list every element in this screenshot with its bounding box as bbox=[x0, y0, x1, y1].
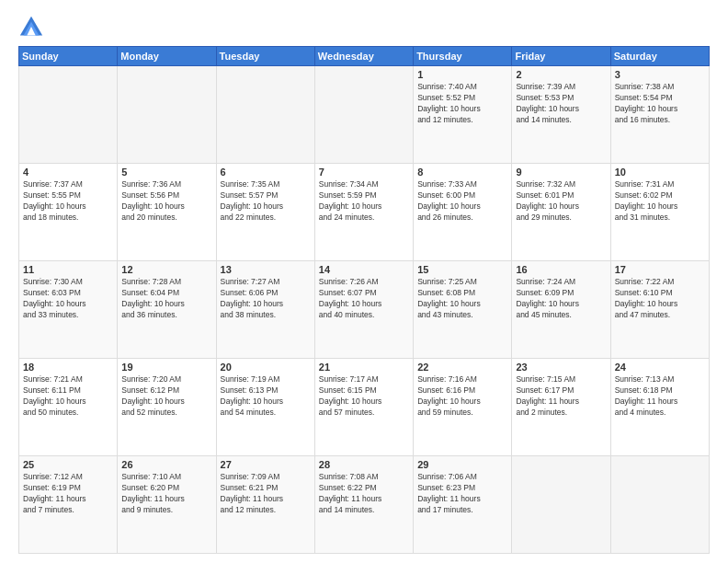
day-info: Sunrise: 7:40 AM Sunset: 5:52 PM Dayligh… bbox=[417, 82, 507, 126]
cell-week2-day3: 7Sunrise: 7:34 AM Sunset: 5:59 PM Daylig… bbox=[314, 164, 413, 261]
day-number: 9 bbox=[516, 167, 606, 178]
day-info: Sunrise: 7:30 AM Sunset: 6:03 PM Dayligh… bbox=[23, 277, 113, 321]
day-info: Sunrise: 7:24 AM Sunset: 6:09 PM Dayligh… bbox=[516, 277, 606, 321]
day-number: 14 bbox=[319, 264, 409, 275]
cell-week5-day0: 25Sunrise: 7:12 AM Sunset: 6:19 PM Dayli… bbox=[19, 456, 118, 554]
header-sunday: Sunday bbox=[19, 47, 118, 66]
day-number: 2 bbox=[516, 69, 606, 80]
cell-week1-day1 bbox=[118, 66, 216, 164]
cell-week1-day4: 1Sunrise: 7:40 AM Sunset: 5:52 PM Daylig… bbox=[414, 66, 512, 164]
day-info: Sunrise: 7:16 AM Sunset: 6:16 PM Dayligh… bbox=[417, 374, 507, 419]
cell-week5-day3: 28Sunrise: 7:08 AM Sunset: 6:22 PM Dayli… bbox=[314, 456, 413, 554]
header bbox=[18, 15, 710, 40]
cell-week4-day2: 20Sunrise: 7:19 AM Sunset: 6:13 PM Dayli… bbox=[216, 359, 314, 456]
cell-week3-day0: 11Sunrise: 7:30 AM Sunset: 6:03 PM Dayli… bbox=[19, 261, 118, 359]
cell-week2-day5: 9Sunrise: 7:32 AM Sunset: 6:01 PM Daylig… bbox=[512, 164, 610, 261]
day-number: 18 bbox=[23, 362, 113, 373]
cell-week3-day5: 16Sunrise: 7:24 AM Sunset: 6:09 PM Dayli… bbox=[512, 261, 610, 359]
calendar-body: 1Sunrise: 7:40 AM Sunset: 5:52 PM Daylig… bbox=[19, 66, 710, 554]
day-number: 23 bbox=[516, 362, 606, 373]
day-number: 24 bbox=[615, 362, 705, 373]
day-info: Sunrise: 7:33 AM Sunset: 6:00 PM Dayligh… bbox=[417, 179, 507, 224]
cell-week3-day4: 15Sunrise: 7:25 AM Sunset: 6:08 PM Dayli… bbox=[414, 261, 512, 359]
day-info: Sunrise: 7:10 AM Sunset: 6:20 PM Dayligh… bbox=[121, 472, 211, 516]
day-number: 20 bbox=[221, 362, 311, 373]
day-number: 6 bbox=[221, 167, 311, 178]
day-info: Sunrise: 7:37 AM Sunset: 5:55 PM Dayligh… bbox=[23, 179, 113, 224]
day-number: 19 bbox=[121, 362, 211, 373]
cell-week2-day6: 10Sunrise: 7:31 AM Sunset: 6:02 PM Dayli… bbox=[610, 164, 709, 261]
logo-icon bbox=[18, 15, 44, 40]
day-info: Sunrise: 7:09 AM Sunset: 6:21 PM Dayligh… bbox=[221, 472, 311, 516]
day-number: 7 bbox=[319, 167, 409, 178]
cell-week4-day5: 23Sunrise: 7:15 AM Sunset: 6:17 PM Dayli… bbox=[512, 359, 610, 456]
cell-week1-day0 bbox=[19, 66, 118, 164]
day-info: Sunrise: 7:28 AM Sunset: 6:04 PM Dayligh… bbox=[121, 277, 211, 321]
day-info: Sunrise: 7:27 AM Sunset: 6:06 PM Dayligh… bbox=[221, 277, 311, 321]
day-number: 17 bbox=[615, 264, 705, 275]
cell-week3-day2: 13Sunrise: 7:27 AM Sunset: 6:06 PM Dayli… bbox=[216, 261, 314, 359]
day-info: Sunrise: 7:08 AM Sunset: 6:22 PM Dayligh… bbox=[319, 472, 409, 516]
week-row-3: 11Sunrise: 7:30 AM Sunset: 6:03 PM Dayli… bbox=[19, 261, 710, 359]
header-friday: Friday bbox=[512, 47, 610, 66]
cell-week4-day0: 18Sunrise: 7:21 AM Sunset: 6:11 PM Dayli… bbox=[19, 359, 118, 456]
header-saturday: Saturday bbox=[610, 47, 709, 66]
cell-week2-day0: 4Sunrise: 7:37 AM Sunset: 5:55 PM Daylig… bbox=[19, 164, 118, 261]
cell-week2-day2: 6Sunrise: 7:35 AM Sunset: 5:57 PM Daylig… bbox=[216, 164, 314, 261]
cell-week1-day5: 2Sunrise: 7:39 AM Sunset: 5:53 PM Daylig… bbox=[512, 66, 610, 164]
day-number: 10 bbox=[615, 167, 705, 178]
cell-week4-day1: 19Sunrise: 7:20 AM Sunset: 6:12 PM Dayli… bbox=[118, 359, 216, 456]
day-number: 27 bbox=[221, 459, 311, 470]
day-number: 8 bbox=[417, 167, 507, 178]
day-info: Sunrise: 7:15 AM Sunset: 6:17 PM Dayligh… bbox=[516, 374, 606, 419]
day-number: 13 bbox=[221, 264, 311, 275]
day-info: Sunrise: 7:12 AM Sunset: 6:19 PM Dayligh… bbox=[23, 472, 113, 516]
cell-week3-day6: 17Sunrise: 7:22 AM Sunset: 6:10 PM Dayli… bbox=[610, 261, 709, 359]
week-row-4: 18Sunrise: 7:21 AM Sunset: 6:11 PM Dayli… bbox=[19, 359, 710, 456]
day-number: 4 bbox=[23, 167, 113, 178]
cell-week5-day4: 29Sunrise: 7:06 AM Sunset: 6:23 PM Dayli… bbox=[414, 456, 512, 554]
day-info: Sunrise: 7:35 AM Sunset: 5:57 PM Dayligh… bbox=[221, 179, 311, 224]
day-number: 29 bbox=[417, 459, 507, 470]
header-thursday: Thursday bbox=[414, 47, 512, 66]
day-info: Sunrise: 7:26 AM Sunset: 6:07 PM Dayligh… bbox=[319, 277, 409, 321]
day-info: Sunrise: 7:38 AM Sunset: 5:54 PM Dayligh… bbox=[615, 82, 705, 126]
week-row-1: 1Sunrise: 7:40 AM Sunset: 5:52 PM Daylig… bbox=[19, 66, 710, 164]
day-number: 5 bbox=[121, 167, 211, 178]
cell-week3-day3: 14Sunrise: 7:26 AM Sunset: 6:07 PM Dayli… bbox=[314, 261, 413, 359]
header-tuesday: Tuesday bbox=[216, 47, 314, 66]
cell-week5-day6 bbox=[610, 456, 709, 554]
header-monday: Monday bbox=[118, 47, 216, 66]
day-number: 11 bbox=[23, 264, 113, 275]
cell-week5-day1: 26Sunrise: 7:10 AM Sunset: 6:20 PM Dayli… bbox=[118, 456, 216, 554]
header-wednesday: Wednesday bbox=[314, 47, 413, 66]
calendar-table: SundayMondayTuesdayWednesdayThursdayFrid… bbox=[18, 46, 710, 554]
day-number: 12 bbox=[121, 264, 211, 275]
cell-week2-day4: 8Sunrise: 7:33 AM Sunset: 6:00 PM Daylig… bbox=[414, 164, 512, 261]
cell-week5-day5 bbox=[512, 456, 610, 554]
day-number: 15 bbox=[417, 264, 507, 275]
cell-week3-day1: 12Sunrise: 7:28 AM Sunset: 6:04 PM Dayli… bbox=[118, 261, 216, 359]
day-info: Sunrise: 7:32 AM Sunset: 6:01 PM Dayligh… bbox=[516, 179, 606, 224]
day-number: 1 bbox=[417, 69, 507, 80]
day-number: 25 bbox=[23, 459, 113, 470]
cell-week1-day6: 3Sunrise: 7:38 AM Sunset: 5:54 PM Daylig… bbox=[610, 66, 709, 164]
day-info: Sunrise: 7:21 AM Sunset: 6:11 PM Dayligh… bbox=[23, 374, 113, 419]
week-row-2: 4Sunrise: 7:37 AM Sunset: 5:55 PM Daylig… bbox=[19, 164, 710, 261]
day-number: 22 bbox=[417, 362, 507, 373]
day-number: 16 bbox=[516, 264, 606, 275]
header-row: SundayMondayTuesdayWednesdayThursdayFrid… bbox=[19, 47, 710, 66]
day-info: Sunrise: 7:25 AM Sunset: 6:08 PM Dayligh… bbox=[417, 277, 507, 321]
day-number: 21 bbox=[319, 362, 409, 373]
cell-week1-day2 bbox=[216, 66, 314, 164]
week-row-5: 25Sunrise: 7:12 AM Sunset: 6:19 PM Dayli… bbox=[19, 456, 710, 554]
calendar-header: SundayMondayTuesdayWednesdayThursdayFrid… bbox=[19, 47, 710, 66]
day-info: Sunrise: 7:17 AM Sunset: 6:15 PM Dayligh… bbox=[319, 374, 409, 419]
logo bbox=[18, 15, 48, 40]
cell-week2-day1: 5Sunrise: 7:36 AM Sunset: 5:56 PM Daylig… bbox=[118, 164, 216, 261]
day-info: Sunrise: 7:19 AM Sunset: 6:13 PM Dayligh… bbox=[221, 374, 311, 419]
cell-week4-day3: 21Sunrise: 7:17 AM Sunset: 6:15 PM Dayli… bbox=[314, 359, 413, 456]
day-info: Sunrise: 7:20 AM Sunset: 6:12 PM Dayligh… bbox=[121, 374, 211, 419]
page: SundayMondayTuesdayWednesdayThursdayFrid… bbox=[0, 0, 728, 563]
day-info: Sunrise: 7:06 AM Sunset: 6:23 PM Dayligh… bbox=[417, 472, 507, 516]
